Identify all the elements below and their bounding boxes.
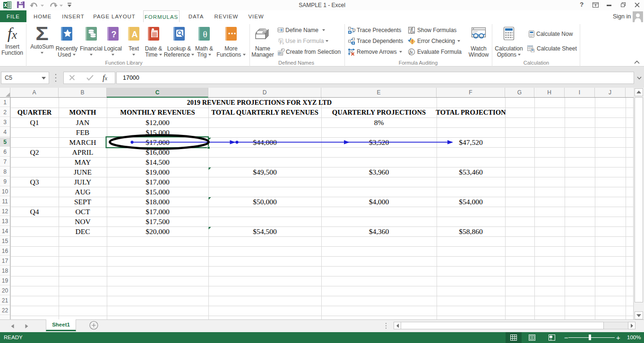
svg-text:fx: fx [410, 49, 413, 54]
svg-text:X: X [4, 3, 7, 8]
svg-text:x: x [282, 41, 284, 45]
svg-text:?: ? [112, 30, 117, 39]
svg-text:A: A [132, 30, 138, 39]
svg-text:fx: fx [412, 29, 415, 34]
svg-text:θ: θ [203, 29, 207, 39]
